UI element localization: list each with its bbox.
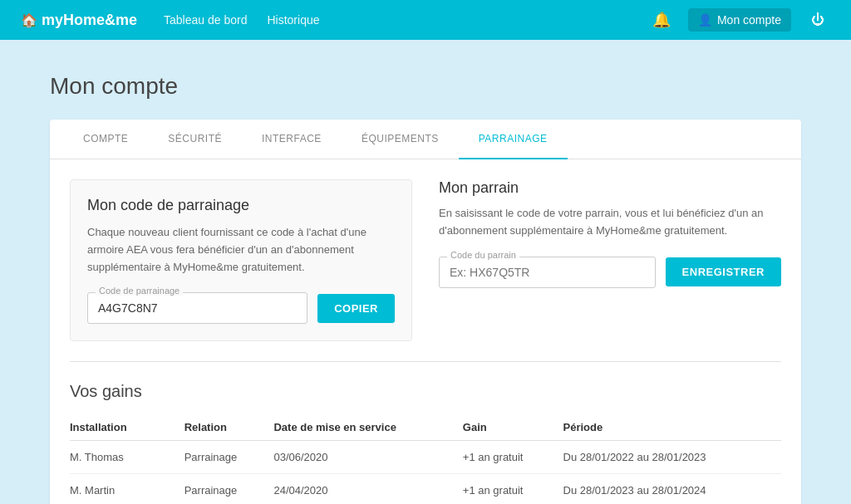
code-input-wrapper: Code de parrainage	[87, 292, 307, 324]
navbar: 🏠 myHome&me Tableau de bord Historique 🔔…	[0, 0, 851, 40]
parrainage-code-input[interactable]	[87, 292, 307, 324]
account-icon: 👤	[698, 13, 712, 27]
account-card: COMPTE SÉCURITÉ INTERFACE ÉQUIPEMENTS PA…	[50, 120, 801, 504]
bell-icon: 🔔	[652, 11, 671, 29]
col-installation: Installation	[70, 414, 184, 441]
parrainage-columns: Mon code de parrainage Chaque nouveau cl…	[70, 179, 781, 341]
cell-gain: +1 an gratuit	[463, 441, 563, 474]
col-gain: Gain	[463, 414, 563, 441]
nav-dashboard[interactable]: Tableau de bord	[164, 13, 247, 27]
cell-relation: Parrainage	[184, 441, 274, 474]
main-content: Mon compte COMPTE SÉCURITÉ INTERFACE ÉQU…	[0, 40, 851, 504]
code-input-label: Code de parrainage	[96, 286, 183, 296]
tab-securite[interactable]: SÉCURITÉ	[148, 120, 242, 159]
tab-equipements[interactable]: ÉQUIPEMENTS	[342, 120, 459, 159]
brand-logo: 🏠 myHome&me	[20, 11, 137, 29]
col-periode: Période	[563, 414, 781, 441]
notification-bell-button[interactable]: 🔔	[648, 7, 675, 33]
parrainage-content: Mon code de parrainage Chaque nouveau cl…	[50, 159, 801, 504]
table-row: M. Thomas Parrainage 03/06/2020 +1 an gr…	[70, 441, 781, 474]
gains-table-body: M. Thomas Parrainage 03/06/2020 +1 an gr…	[70, 441, 781, 504]
logout-icon: ⏻	[811, 12, 824, 27]
gains-title: Vos gains	[70, 382, 781, 401]
my-code-description: Chaque nouveau client fournissant ce cod…	[87, 224, 395, 276]
section-divider	[70, 361, 781, 362]
cell-periode: Du 28/01/2022 au 28/01/2023	[563, 441, 781, 474]
cell-date: 03/06/2020	[273, 441, 462, 474]
cell-relation: Parrainage	[184, 474, 274, 504]
cell-periode: Du 28/01/2023 au 28/01/2024	[563, 474, 781, 504]
nav-history[interactable]: Historique	[267, 13, 319, 27]
col-relation: Relation	[184, 414, 274, 441]
my-code-section: Mon code de parrainage Chaque nouveau cl…	[70, 179, 412, 341]
logout-button[interactable]: ⏻	[804, 7, 831, 33]
cell-installation: M. Thomas	[70, 441, 184, 474]
gains-section: Vos gains Installation Relation Date de …	[70, 382, 781, 504]
tab-interface[interactable]: INTERFACE	[242, 120, 342, 159]
sponsor-code-input[interactable]	[439, 257, 656, 288]
save-sponsor-button[interactable]: ENREGISTRER	[666, 257, 781, 286]
nav-links: Tableau de bord Historique	[164, 13, 622, 27]
nav-right: 🔔 👤 Mon compte ⏻	[648, 7, 831, 33]
sponsor-input-wrapper: Code du parrain	[439, 257, 656, 288]
tabs-bar: COMPTE SÉCURITÉ INTERFACE ÉQUIPEMENTS PA…	[50, 120, 801, 159]
sponsor-description: En saisissant le code de votre parrain, …	[439, 205, 781, 240]
gains-table: Installation Relation Date de mise en se…	[70, 414, 781, 504]
page-title: Mon compte	[50, 73, 801, 100]
table-row: M. Martin Parrainage 24/04/2020 +1 an gr…	[70, 474, 781, 504]
cell-installation: M. Martin	[70, 474, 184, 504]
account-label: Mon compte	[717, 13, 781, 27]
sponsor-section: Mon parrain En saisissant le code de vot…	[439, 179, 781, 341]
col-date: Date de mise en service	[273, 414, 462, 441]
tab-parrainage[interactable]: PARRAINAGE	[459, 120, 568, 159]
sponsor-title: Mon parrain	[439, 179, 781, 197]
cell-gain: +1 an gratuit	[463, 474, 563, 504]
home-icon: 🏠	[20, 11, 38, 29]
sponsor-input-row: Code du parrain ENREGISTRER	[439, 257, 781, 288]
gains-table-head: Installation Relation Date de mise en se…	[70, 414, 781, 441]
gains-header-row: Installation Relation Date de mise en se…	[70, 414, 781, 441]
my-code-box: Mon code de parrainage Chaque nouveau cl…	[70, 179, 412, 341]
brand-name: myHome&me	[42, 12, 137, 29]
cell-date: 24/04/2020	[273, 474, 462, 504]
code-input-group: Code de parrainage COPIER	[87, 292, 395, 324]
account-menu-button[interactable]: 👤 Mon compte	[688, 8, 791, 32]
copy-button[interactable]: COPIER	[317, 294, 395, 323]
sponsor-input-label: Code du parrain	[447, 250, 519, 260]
tab-compte[interactable]: COMPTE	[63, 120, 148, 159]
my-code-title: Mon code de parrainage	[87, 197, 395, 214]
